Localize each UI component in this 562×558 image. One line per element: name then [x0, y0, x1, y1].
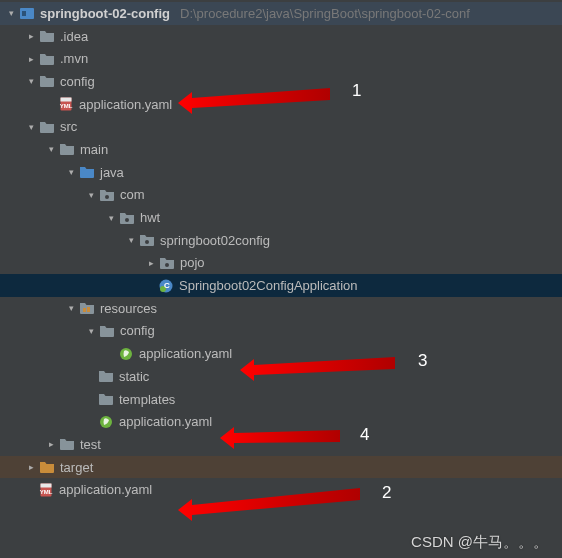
tree-label: java: [100, 165, 124, 180]
chevron-down-icon[interactable]: ▾: [64, 165, 78, 179]
folder-icon: [39, 119, 55, 135]
tree-item-resources[interactable]: ▾ resources: [0, 297, 562, 320]
tree-label: application.yaml: [59, 482, 152, 497]
tree-label: com: [120, 187, 145, 202]
chevron-right-icon[interactable]: ▸: [144, 256, 158, 270]
tree-label: test: [80, 437, 101, 452]
tree-item-templates[interactable]: templates: [0, 388, 562, 411]
package-icon: [99, 187, 115, 203]
tree-item-static[interactable]: static: [0, 365, 562, 388]
chevron-right-icon[interactable]: ▸: [24, 52, 38, 66]
tree-label: .mvn: [60, 51, 88, 66]
source-folder-icon: [79, 164, 95, 180]
chevron-down-icon[interactable]: ▾: [4, 6, 18, 20]
chevron-right-icon[interactable]: ▸: [24, 29, 38, 43]
tree-label: application.yaml: [119, 414, 212, 429]
tree-item-hwt[interactable]: ▾ hwt: [0, 206, 562, 229]
tree-item-target[interactable]: ▸ target: [0, 456, 562, 479]
project-root[interactable]: ▾ springboot-02-config D:\procedure2\jav…: [0, 2, 562, 25]
chevron-down-icon[interactable]: ▾: [84, 188, 98, 202]
package-icon: [159, 255, 175, 271]
folder-icon: [59, 141, 75, 157]
chevron-down-icon[interactable]: ▾: [124, 233, 138, 247]
tree-item-mvn[interactable]: ▸ .mvn: [0, 47, 562, 70]
tree-item-app-yaml-1[interactable]: application.yaml: [0, 93, 562, 116]
folder-icon: [98, 368, 114, 384]
project-name: springboot-02-config: [40, 6, 170, 21]
project-tree: ▾ springboot-02-config D:\procedure2\jav…: [0, 0, 562, 501]
chevron-right-icon[interactable]: ▸: [24, 460, 38, 474]
folder-icon: [98, 391, 114, 407]
tree-label: templates: [119, 392, 175, 407]
project-path: D:\procedure2\java\SpringBoot\springboot…: [180, 6, 470, 21]
tree-label: Springboot02ConfigApplication: [179, 278, 358, 293]
tree-item-app-yaml-3[interactable]: application.yaml: [0, 342, 562, 365]
tree-label: hwt: [140, 210, 160, 225]
resources-folder-icon: [79, 300, 95, 316]
folder-icon: [99, 323, 115, 339]
tree-item-app-yaml-2[interactable]: application.yaml: [0, 478, 562, 501]
chevron-down-icon[interactable]: ▾: [64, 301, 78, 315]
folder-icon: [39, 28, 55, 44]
build-folder-icon: [39, 459, 55, 475]
chevron-right-icon[interactable]: ▸: [44, 437, 58, 451]
tree-label: application.yaml: [79, 97, 172, 112]
chevron-down-icon[interactable]: ▾: [84, 324, 98, 338]
yml-file-icon: [58, 96, 74, 112]
tree-label: .idea: [60, 29, 88, 44]
tree-item-res-config[interactable]: ▾ config: [0, 320, 562, 343]
tree-item-idea[interactable]: ▸ .idea: [0, 25, 562, 48]
spring-file-icon: [98, 414, 114, 430]
chevron-down-icon[interactable]: ▾: [104, 211, 118, 225]
yml-file-icon: [38, 482, 54, 498]
tree-label: resources: [100, 301, 157, 316]
tree-item-springboot02config[interactable]: ▾ springboot02config: [0, 229, 562, 252]
tree-label: main: [80, 142, 108, 157]
tree-item-app-class[interactable]: Springboot02ConfigApplication: [0, 274, 562, 297]
watermark: CSDN @牛马。。。: [411, 533, 548, 552]
chevron-down-icon[interactable]: ▾: [24, 74, 38, 88]
tree-item-java[interactable]: ▾ java: [0, 161, 562, 184]
tree-item-main[interactable]: ▾ main: [0, 138, 562, 161]
tree-label: src: [60, 119, 77, 134]
tree-item-test[interactable]: ▸ test: [0, 433, 562, 456]
tree-label: config: [60, 74, 95, 89]
tree-label: application.yaml: [139, 346, 232, 361]
tree-label: config: [120, 323, 155, 338]
class-file-icon: [158, 278, 174, 294]
tree-item-config[interactable]: ▾ config: [0, 70, 562, 93]
tree-label: pojo: [180, 255, 205, 270]
module-icon: [19, 5, 35, 21]
chevron-down-icon[interactable]: ▾: [24, 120, 38, 134]
tree-item-app-yaml-4[interactable]: application.yaml: [0, 410, 562, 433]
tree-label: static: [119, 369, 149, 384]
tree-item-pojo[interactable]: ▸ pojo: [0, 252, 562, 275]
folder-icon: [39, 51, 55, 67]
tree-item-src[interactable]: ▾ src: [0, 115, 562, 138]
tree-item-com[interactable]: ▾ com: [0, 184, 562, 207]
package-icon: [119, 210, 135, 226]
folder-icon: [39, 73, 55, 89]
chevron-down-icon[interactable]: ▾: [44, 142, 58, 156]
tree-label: springboot02config: [160, 233, 270, 248]
tree-label: target: [60, 460, 93, 475]
package-icon: [139, 232, 155, 248]
spring-file-icon: [118, 346, 134, 362]
folder-icon: [59, 436, 75, 452]
